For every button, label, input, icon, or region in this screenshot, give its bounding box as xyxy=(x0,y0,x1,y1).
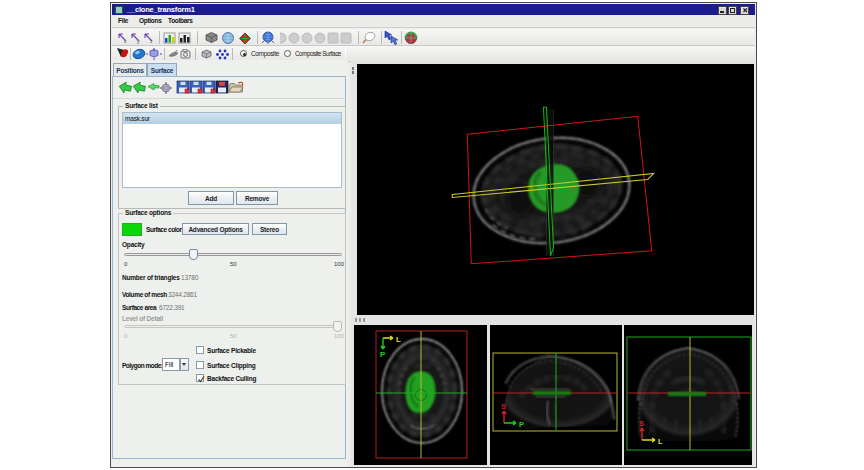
svg-text:P: P xyxy=(380,350,386,359)
svg-text:L: L xyxy=(396,335,401,344)
svg-text:y: y xyxy=(137,38,140,44)
svg-text:S: S xyxy=(501,402,506,411)
svg-text:S: S xyxy=(639,419,644,428)
svg-text:P: P xyxy=(519,420,524,429)
svg-text:z: z xyxy=(150,38,153,44)
svg-text:x: x xyxy=(124,38,127,44)
svg-text:L: L xyxy=(658,437,663,446)
